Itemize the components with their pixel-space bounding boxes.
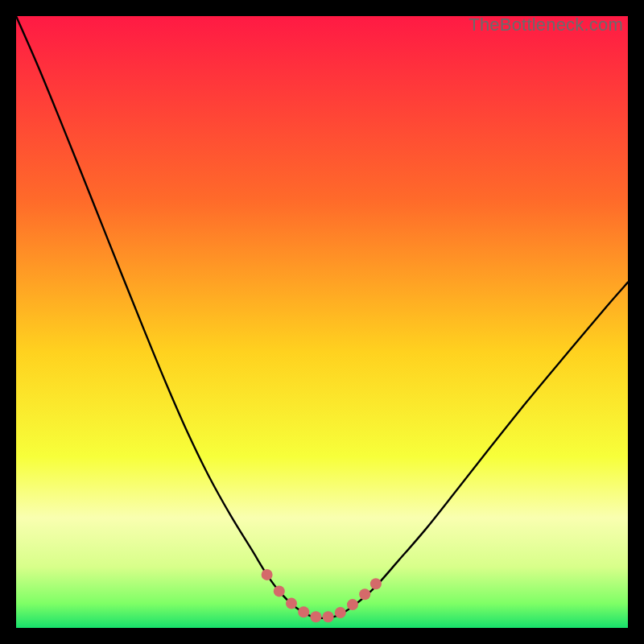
marker-dot	[274, 585, 285, 597]
chart-frame: TheBottleneck.com	[16, 16, 628, 628]
marker-dot	[347, 599, 358, 610]
marker-dot	[262, 569, 273, 580]
chart-background-gradient	[16, 16, 628, 628]
marker-dot	[310, 611, 321, 622]
marker-dot	[370, 578, 382, 589]
marker-dot	[359, 588, 370, 600]
marker-dot	[335, 607, 346, 618]
marker-dot	[286, 598, 297, 609]
marker-dot	[323, 611, 334, 622]
marker-dot	[298, 606, 309, 617]
bottleneck-chart	[16, 16, 628, 628]
watermark-text: TheBottleneck.com	[469, 14, 623, 35]
